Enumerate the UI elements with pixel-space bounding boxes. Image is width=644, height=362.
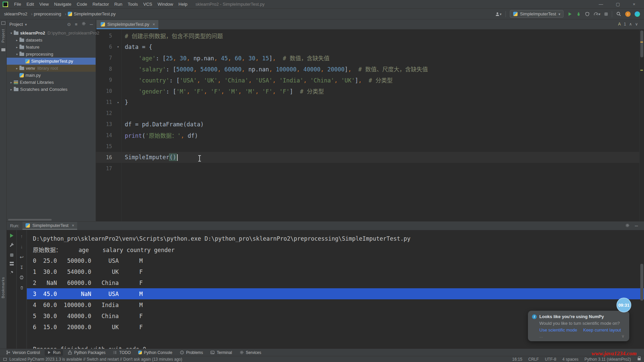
chevron-icon[interactable]: ▸ (14, 39, 19, 42)
toolwindow-version-control[interactable]: Version Control (3, 350, 43, 356)
hide-panel-icon[interactable]: ─ (90, 22, 93, 27)
console-line[interactable]: 4 60.0 100000.0 India M (33, 299, 644, 310)
sidebar-item-bookmarks[interactable]: Bookmarks (1, 277, 5, 298)
debug-button[interactable] (576, 12, 581, 16)
chevron-down-icon[interactable]: ∨ (621, 334, 625, 339)
menu-edit[interactable]: Edit (24, 1, 37, 7)
chevron-icon[interactable]: ▸ (9, 88, 14, 91)
breadcrumb-preprocessing[interactable]: preprocessing (34, 11, 66, 16)
lock-icon[interactable] (638, 358, 641, 360)
restore-layout-icon[interactable] (10, 262, 14, 265)
hide-panel-icon[interactable]: ─ (635, 223, 638, 228)
menu-code[interactable]: Code (74, 1, 90, 7)
code-line-8[interactable]: 8 'salary': [50000, 54000, 60000, np.nan… (96, 63, 639, 74)
line-endings[interactable]: CRLF (528, 357, 539, 362)
console-line[interactable]: 2 NaN 60000.0 China F (33, 277, 644, 288)
rerun-icon[interactable] (10, 234, 13, 238)
file-encoding[interactable]: UTF-8 (545, 357, 556, 362)
more-options[interactable]: ... (539, 334, 543, 339)
error-stripe[interactable] (639, 29, 644, 221)
menu-vcs[interactable]: VCS (141, 1, 155, 7)
gear-icon[interactable] (625, 223, 630, 229)
menu-refactor[interactable]: Refactor (90, 1, 112, 7)
update-available-icon[interactable]: ↑ (625, 11, 631, 17)
scrollbar-thumb[interactable] (640, 31, 643, 57)
user-icon[interactable] (495, 11, 502, 16)
tree-item-main-py[interactable]: main.py (7, 72, 96, 79)
code-line-11[interactable]: 11▴} (96, 97, 639, 108)
minimize-icon[interactable]: — (599, 2, 603, 7)
clear-console-icon[interactable] (20, 286, 24, 291)
next-problem-icon[interactable]: ∨ (635, 22, 638, 26)
toolwindow-todo[interactable]: TODO (110, 350, 133, 356)
search-everywhere-button[interactable] (616, 11, 621, 16)
code-line-13[interactable]: 13df = pd.DataFrame(data) (96, 119, 639, 130)
code-line-7[interactable]: 7 'age': [25, 30, np.nan, 45, 60, 30, 15… (96, 52, 639, 63)
menu-tools[interactable]: Tools (125, 1, 141, 7)
close-icon[interactable]: × (633, 2, 635, 7)
notification-numpy[interactable]: i Looks like you're using NumPy Would yo… (528, 311, 629, 341)
use-scientific-mode-link[interactable]: Use scientific mode (539, 327, 577, 333)
close-icon[interactable]: × (153, 22, 155, 27)
prev-problem-icon[interactable]: ∧ (629, 22, 632, 26)
collapse-all-icon[interactable]: ≡ (75, 22, 77, 27)
breadcrumb-sklearnpro2[interactable]: sklearnPro2 (4, 11, 33, 16)
chevron-icon[interactable]: ▸ (9, 81, 14, 84)
indent-style[interactable]: 4 spaces (562, 357, 578, 362)
warning-mark[interactable] (640, 70, 643, 71)
window-icon[interactable] (1, 21, 5, 25)
code-line-12[interactable]: 12 (96, 108, 639, 119)
print-icon[interactable] (19, 275, 24, 281)
stop-button[interactable] (604, 12, 608, 16)
menu-window[interactable]: Window (155, 1, 176, 7)
stop-icon[interactable] (10, 253, 13, 257)
console-line[interactable]: 1 30.0 54000.0 UK F (33, 266, 644, 277)
toolwindow-services[interactable]: Services (237, 350, 264, 356)
up-stack-trace-icon[interactable]: ↑ (20, 234, 23, 239)
pin-tab-icon[interactable] (9, 270, 14, 276)
fold-marker-icon[interactable]: ▾ (115, 45, 121, 49)
horizontal-scrollbar[interactable] (8, 219, 52, 221)
tree-item-scratches-and-consoles[interactable]: ▸Scratches and Consoles (7, 86, 96, 93)
menu-run[interactable]: Run (112, 1, 125, 7)
profiler-button[interactable] (594, 11, 600, 16)
toolwindow-problems[interactable]: Problems (177, 350, 206, 356)
scrollbar-thumb[interactable] (640, 264, 643, 301)
down-stack-trace-icon[interactable]: ↓ (20, 244, 23, 249)
menu-navigate[interactable]: Navigate (51, 1, 74, 7)
console-line[interactable]: 原始数据： age salary country gender (33, 244, 644, 255)
code-line-17[interactable]: 17 (96, 163, 639, 174)
menu-view[interactable]: View (37, 1, 51, 7)
modify-run-config-icon[interactable] (9, 243, 14, 248)
code-line-14[interactable]: 14print('原始数据：', df) (96, 130, 639, 141)
toolwindow-run[interactable]: Run (45, 350, 63, 356)
inspections-widget[interactable]: A 1 ∧ ∨ (618, 22, 638, 26)
caret-position[interactable]: 16:15 (512, 357, 522, 362)
run-button[interactable] (568, 12, 572, 16)
tree-item-external-libraries[interactable]: ▸External Libraries (7, 79, 96, 86)
chevron-icon[interactable]: ▸ (14, 67, 19, 70)
status-message[interactable]: Localized PyCharm 2023.1.3 is available … (9, 357, 182, 362)
tree-item-preprocessing[interactable]: ▾preprocessing (7, 51, 96, 58)
gear-icon[interactable] (82, 21, 86, 27)
code-line-10[interactable]: 10 'gender': ['M', 'F', 'F', 'M', 'M', '… (96, 85, 639, 97)
console-line[interactable]: Process finished with exit code 0 (33, 344, 644, 349)
code-line-16[interactable]: 16SimpleImputer() (96, 152, 639, 163)
run-tab[interactable]: SimpleImputerTest × (22, 222, 77, 230)
menu-help[interactable]: Help (176, 1, 190, 7)
tree-item-datasets[interactable]: ▸datasets (7, 37, 96, 44)
python-interpreter[interactable]: Python 3.11 (sklearnPro2) (584, 357, 631, 362)
maximize-icon[interactable]: ▢ (616, 2, 620, 7)
toolwindow-terminal[interactable]: Terminal (208, 350, 234, 356)
folder-icon[interactable] (1, 48, 5, 51)
toolwindow-python-packages[interactable]: Python Packages (65, 350, 108, 356)
menu-file[interactable]: File (11, 1, 24, 7)
soft-wrap-icon[interactable]: ↩ (20, 254, 24, 260)
chevron-icon[interactable]: ▾ (14, 53, 19, 56)
code-line-9[interactable]: 9 'country': ['USA', 'UK', 'China', 'USA… (96, 74, 639, 85)
fold-marker-icon[interactable]: ▴ (115, 100, 121, 104)
code-with-me-icon[interactable] (635, 11, 640, 17)
console-line[interactable]: 3 45.0 NaN USA M (27, 288, 644, 299)
toolwindow-python-console[interactable]: Python Console (136, 350, 175, 356)
keep-current-layout-link[interactable]: Keep current layout (583, 327, 621, 333)
